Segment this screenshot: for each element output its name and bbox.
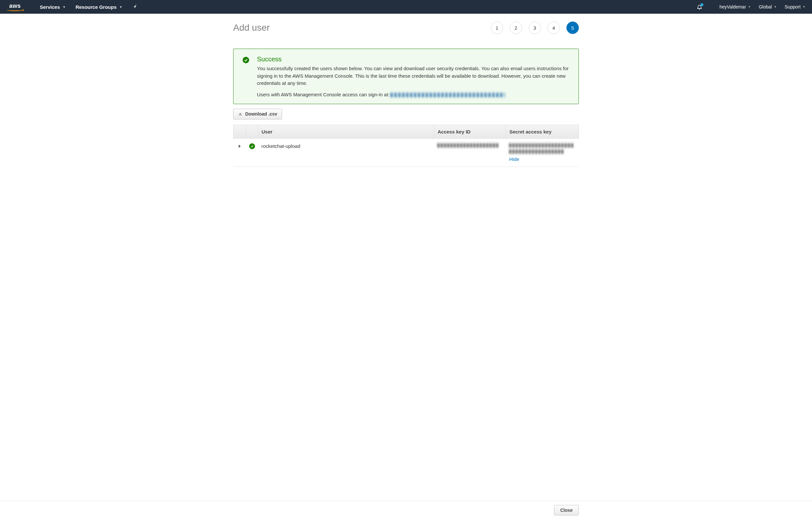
- success-alert: Success You successfully created the use…: [233, 49, 579, 104]
- chevron-down-icon: ▼: [748, 5, 751, 8]
- top-nav: aws Services ▼ Resource Groups ▼ heyVald…: [0, 0, 812, 14]
- nav-resource-groups[interactable]: Resource Groups ▼: [76, 4, 123, 10]
- download-icon: [238, 111, 242, 117]
- hide-secret-link[interactable]: Hide: [510, 156, 520, 162]
- row-status: [246, 138, 258, 166]
- col-expand-header: [233, 125, 246, 138]
- nav-account-label: heyValdemar: [719, 4, 746, 9]
- nav-services[interactable]: Services ▼: [40, 4, 66, 10]
- chevron-down-icon: ▼: [119, 5, 123, 9]
- row-expand-toggle[interactable]: [233, 138, 246, 166]
- table-row: rocketchat-upload Hide: [233, 138, 579, 166]
- row-user-name: rocketchat-upload: [258, 138, 434, 166]
- download-csv-button[interactable]: Download .csv: [233, 109, 282, 119]
- wizard-step-1[interactable]: 1: [491, 22, 503, 34]
- nav-support-label: Support: [785, 4, 801, 9]
- wizard-steps: 1 2 3 4 5: [491, 22, 579, 34]
- wizard-step-5[interactable]: 5: [567, 22, 579, 34]
- col-user-header: User: [258, 125, 434, 138]
- aws-logo-text: aws: [9, 3, 21, 9]
- alert-signin-prefix: Users with AWS Management Console access…: [257, 92, 389, 97]
- signin-url-redacted[interactable]: [391, 93, 505, 97]
- page-container: Add user 1 2 3 4 5 Success You successfu…: [233, 14, 579, 167]
- status-success-icon: [249, 143, 255, 149]
- notification-dot: [700, 3, 703, 6]
- row-secret-key: Hide: [506, 138, 579, 166]
- nav-services-label: Services: [40, 4, 60, 10]
- alert-title: Success: [257, 55, 570, 63]
- alert-signin-row: Users with AWS Management Console access…: [257, 92, 570, 97]
- col-status-header: [246, 125, 258, 138]
- chevron-down-icon: ▼: [803, 5, 806, 8]
- secret-key-redacted-line2: [510, 149, 565, 154]
- nav-account[interactable]: heyValdemar ▼: [719, 4, 751, 9]
- download-csv-label: Download .csv: [245, 111, 277, 116]
- page-header: Add user 1 2 3 4 5: [233, 22, 579, 34]
- nav-support[interactable]: Support ▼: [785, 4, 806, 9]
- caret-right-icon: [239, 145, 241, 148]
- secret-key-redacted-line1: [510, 143, 573, 147]
- nav-region[interactable]: Global ▼: [759, 4, 777, 9]
- col-access-key-header: Access key ID: [434, 125, 506, 138]
- notifications-icon[interactable]: [697, 4, 702, 10]
- nav-region-label: Global: [759, 4, 772, 9]
- page-title: Add user: [233, 23, 270, 33]
- wizard-step-4[interactable]: 4: [548, 22, 560, 34]
- nav-resource-groups-label: Resource Groups: [76, 4, 117, 10]
- access-key-redacted: [438, 143, 498, 147]
- chevron-down-icon: ▼: [63, 5, 66, 9]
- wizard-step-3[interactable]: 3: [529, 22, 541, 34]
- wizard-step-2[interactable]: 2: [510, 22, 522, 34]
- col-secret-key-header: Secret access key: [506, 125, 579, 138]
- users-table: User Access key ID Secret access key roc…: [233, 125, 579, 167]
- aws-logo[interactable]: aws: [6, 3, 24, 11]
- aws-logo-swoosh: [6, 8, 24, 11]
- alert-text: You successfully created the users shown…: [257, 65, 570, 87]
- pin-icon[interactable]: [131, 3, 139, 11]
- success-check-icon: [242, 57, 249, 63]
- chevron-down-icon: ▼: [774, 5, 777, 8]
- row-access-key: [434, 138, 506, 166]
